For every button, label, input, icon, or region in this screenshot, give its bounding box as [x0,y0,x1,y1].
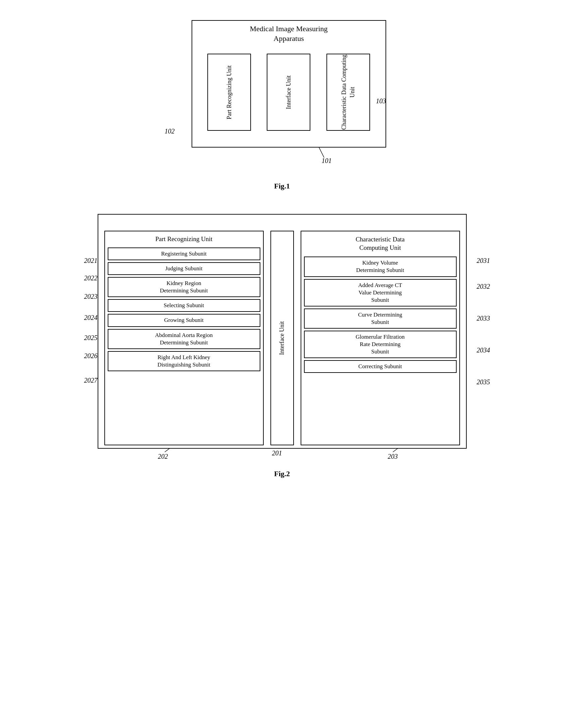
svg-line-2 [319,148,324,158]
subunit-glomerular-filtration: Glomerular FiltrationRate DeterminingSub… [304,331,457,358]
subunit-correcting: Correcting Subunit [304,360,457,373]
fig1-caption: Fig.1 [274,182,290,190]
ref-2025: 2025 [84,334,98,342]
fig2-container: Medical Image Measuring Apparatus Part R… [20,211,544,492]
fig2-left-column: Part Recognizing Unit Registering Subuni… [104,231,264,445]
fig1-units-row: Part Recognizing Unit Interface Unit Cha… [202,48,375,137]
ref-201: 201 [272,449,282,457]
subunit-judging: Judging Subunit [108,262,260,275]
ref-2027: 2027 [84,377,98,384]
subunit-growing: Growing Subunit [108,314,260,327]
subunit-selecting: Selecting Subunit [108,299,260,312]
fig1-diagram: Medical Image MeasuringApparatus Part Re… [145,13,420,174]
ref-2033: 2033 [477,315,490,322]
ref-102: 102 [165,127,175,135]
subunit-right-left-kidney: Right And Left KidneyDistinguishing Subu… [108,351,260,371]
fig1-unit-interface: Interface Unit [267,54,310,131]
ref-2024: 2024 [84,314,98,322]
ref-2022: 2022 [84,274,98,282]
fig2-left-title: Part Recognizing Unit [108,234,260,245]
ref-2032: 2032 [477,283,490,290]
subunit-registering: Registering Subunit [108,247,260,260]
fig2-right-column: Characteristic DataComputing Unit Kidney… [301,231,460,445]
ref-203: 203 [388,453,398,460]
fig1-unit-characteristic: Characteristic Data Computing Unit [326,54,370,131]
fig1-unit-characteristic-label: Characteristic Data Computing Unit [340,54,357,130]
ref-202: 202 [158,453,168,460]
ref-2034: 2034 [477,346,490,354]
ref-2035: 2035 [477,378,490,386]
fig1-container: Medical Image MeasuringApparatus Part Re… [20,13,544,204]
ref-2023: 2023 [84,293,98,300]
fig1-outer-box: Medical Image MeasuringApparatus Part Re… [192,20,386,148]
subunit-kidney-region: Kidney RegionDetermining Subunit [108,277,260,297]
fig1-outer-title: Medical Image MeasuringApparatus [192,21,386,43]
ref-2021: 2021 [84,257,98,265]
fig1-unit-part-recognizing: Part Recognizing Unit [207,54,251,131]
subunit-kidney-volume: Kidney VolumeDetermining Subunit [304,257,457,277]
fig1-unit-part-recognizing-label: Part Recognizing Unit [225,65,234,119]
fig1-unit-interface-label: Interface Unit [285,75,293,109]
ref-101: 101 [322,157,332,165]
fig2-interface-label: Interface Unit [278,321,286,355]
fig2-inner: Part Recognizing Unit Registering Subuni… [104,231,460,445]
subunit-curve-determining: Curve DeterminingSubunit [304,309,457,329]
fig2-caption: Fig.2 [274,469,290,478]
ref-2026: 2026 [84,352,98,360]
fig2-middle-column: Interface Unit [270,231,294,445]
ref-103: 103 [376,97,386,105]
subunit-added-avg-ct: Added Average CTValue DeterminingSubunit [304,279,457,306]
ref-2031: 2031 [477,257,490,265]
fig2-right-title: Characteristic DataComputing Unit [304,234,457,255]
fig2-diagram: Medical Image Measuring Apparatus Part R… [64,211,500,465]
subunit-abdominal-aorta: Abdominal Aorta RegionDetermining Subuni… [108,329,260,349]
